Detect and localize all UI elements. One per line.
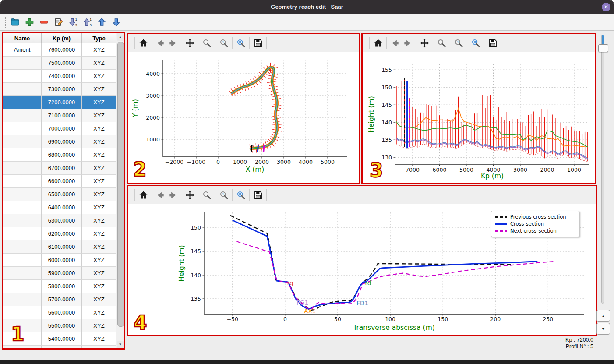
home-button[interactable] — [137, 37, 149, 49]
sort-descending-button[interactable]: 19 — [67, 16, 78, 28]
zoom-fit-button[interactable] — [469, 37, 482, 49]
cell-kp: 5700.0000 — [42, 293, 82, 306]
next-profile-button[interactable]: ▼ — [596, 323, 610, 335]
remove-profile-button[interactable] — [38, 16, 49, 28]
svg-text:1: 1 — [75, 18, 77, 21]
zoom-one-button[interactable]: 1 — [218, 189, 230, 201]
table-row[interactable]: 7000.0000XYZ — [3, 122, 116, 135]
sort-ascending-button[interactable]: 19 — [81, 16, 93, 28]
table-row[interactable]: 5900.0000XYZ — [3, 267, 116, 280]
zoom-button[interactable] — [201, 189, 213, 201]
forward-button[interactable] — [166, 37, 179, 49]
table-row[interactable]: 5600.0000XYZ — [3, 306, 116, 319]
profile-slider-track[interactable] — [601, 35, 604, 304]
profile-slider-handle[interactable] — [598, 44, 608, 52]
cell-type: XYZ — [82, 122, 116, 135]
toolbar-separator — [181, 37, 181, 49]
cell-kp: 7200.0000 — [42, 96, 82, 109]
cell-type: XYZ — [82, 148, 116, 162]
table-row[interactable]: 6800.0000XYZ — [3, 148, 116, 162]
scroll-down-button[interactable]: ▼ — [117, 341, 124, 348]
table-scrollbar[interactable]: ▲ ▼ — [116, 33, 124, 348]
back-button[interactable] — [154, 189, 166, 201]
forward-button[interactable] — [166, 189, 179, 201]
bottom-status-bar — [0, 360, 614, 364]
toolbar-grip-handle[interactable] — [3, 16, 7, 28]
zoom-fit-button[interactable] — [235, 189, 247, 201]
cell-type: XYZ — [82, 227, 116, 240]
table-row[interactable]: 5500.0000XYZ — [3, 319, 116, 332]
profile-plot-toolbar: 1 — [363, 34, 595, 52]
scrollbar-thumb[interactable] — [117, 42, 124, 327]
save-figure-button[interactable] — [252, 37, 264, 49]
toolbar-separator — [152, 189, 152, 201]
close-button[interactable]: ✕ — [602, 3, 610, 11]
table-row[interactable]: 7200.0000XYZ — [3, 96, 116, 109]
status-kp: Kp : 7200.0 — [565, 337, 593, 343]
previous-profile-button[interactable]: ▲ — [596, 310, 610, 322]
table-row[interactable]: 5300.0000XYZ — [3, 346, 116, 348]
x-tick-label: 7000 — [406, 166, 420, 173]
toolbar-separator — [386, 37, 387, 49]
cell-name — [3, 122, 42, 135]
plan-view-plot[interactable]: −2000−1000010002000300040005000100020003… — [128, 52, 359, 183]
home-button[interactable] — [137, 189, 149, 201]
pan-button[interactable] — [183, 189, 196, 201]
status-readout: Kp : 7200.0 Profil N° : 5 — [565, 337, 593, 350]
table-row[interactable]: 7500.0000XYZ — [3, 57, 116, 70]
forward-button[interactable] — [401, 37, 413, 49]
table-row[interactable]: 6400.0000XYZ — [3, 201, 116, 214]
table-row[interactable]: 6000.0000XYZ — [3, 254, 116, 267]
profiles-table-panel: Name Kp (m) Type Amont7600.0000XYZ7500.0… — [2, 32, 125, 350]
edit-profile-button[interactable] — [53, 16, 64, 28]
table-row[interactable]: 6700.0000XYZ — [3, 162, 116, 175]
svg-text:1: 1 — [89, 18, 91, 21]
cell-kp: 6900.0000 — [42, 135, 82, 148]
Next cross-section — [237, 241, 556, 309]
y-tick-label: 2000 — [146, 114, 160, 121]
back-button[interactable] — [389, 37, 401, 49]
save-figure-button[interactable] — [487, 37, 499, 49]
back-button[interactable] — [154, 37, 166, 49]
table-row[interactable]: 6200.0000XYZ — [3, 227, 116, 240]
zoom-button[interactable] — [201, 37, 213, 49]
home-button[interactable] — [372, 37, 384, 49]
cell-kp: 6300.0000 — [42, 214, 82, 227]
toolbar-separator — [467, 37, 467, 49]
longitudinal-profile-plot[interactable]: 7000600050004000300020001000130135140145… — [363, 52, 595, 183]
cell-type: XYZ — [82, 57, 116, 70]
table-row[interactable]: 6300.0000XYZ — [3, 214, 116, 227]
zoom-one-button[interactable]: 1 — [452, 37, 465, 49]
pan-button[interactable] — [183, 37, 196, 49]
table-row[interactable]: Amont7600.0000XYZ — [3, 43, 116, 57]
zoom-one-button[interactable]: 1 — [218, 37, 230, 49]
y-tick-label: 140 — [191, 272, 201, 279]
move-up-button[interactable] — [96, 16, 107, 28]
svg-text:1: 1 — [456, 40, 459, 44]
save-figure-button[interactable] — [252, 189, 264, 201]
table-row[interactable]: 6100.0000XYZ — [3, 240, 116, 254]
table-row[interactable]: 5800.0000XYZ — [3, 280, 116, 293]
table-row[interactable]: 5700.0000XYZ — [3, 293, 116, 306]
bed-envelope-line — [396, 142, 588, 162]
scroll-up-button[interactable]: ▲ — [117, 33, 124, 41]
x-tick-label: 150 — [438, 316, 448, 322]
table-row[interactable]: 6600.0000XYZ — [3, 175, 116, 188]
profiles-table[interactable]: Amont7600.0000XYZ7500.0000XYZ7400.0000XY… — [3, 43, 116, 348]
y-tick-label: 130 — [381, 154, 392, 161]
zoom-button[interactable] — [435, 37, 448, 49]
x-tick-label: 0 — [283, 316, 287, 322]
table-row[interactable]: 7400.0000XYZ — [3, 70, 116, 83]
table-row[interactable]: 7300.0000XYZ — [3, 83, 116, 96]
table-row[interactable]: 6900.0000XYZ — [3, 135, 116, 148]
pan-button[interactable] — [418, 37, 431, 49]
table-row[interactable]: 6500.0000XYZ — [3, 188, 116, 201]
open-file-button[interactable] — [9, 16, 21, 28]
move-down-button[interactable] — [110, 16, 122, 28]
table-row[interactable]: 7100.0000XYZ — [3, 109, 116, 122]
x-tick-label: 4000 — [299, 159, 313, 165]
svg-text:9: 9 — [75, 23, 77, 27]
add-profile-button[interactable] — [24, 16, 35, 28]
zoom-fit-button[interactable] — [235, 37, 247, 49]
table-row[interactable]: 5400.0000XYZ — [3, 332, 116, 346]
